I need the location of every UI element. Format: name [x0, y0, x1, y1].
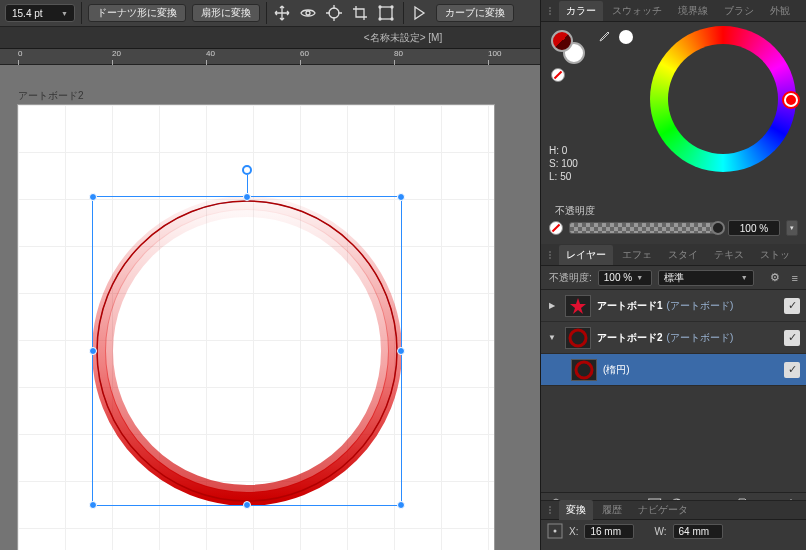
hsl-readout: H: 0 S: 100 L: 50 — [549, 144, 578, 183]
opacity-row: 不透明度 100 % ▾ — [549, 220, 798, 236]
w-field[interactable]: 64 mm — [673, 524, 723, 539]
opacity-value-field[interactable]: 100 % — [728, 220, 780, 236]
tab-stroke[interactable]: 境界線 — [671, 1, 715, 21]
svg-point-19 — [554, 530, 557, 533]
layer-options-row: 不透明度: 100 %▼ 標準▼ ⚙ ≡ — [541, 266, 806, 290]
color-panel-tabs: カラー スウォッチ 境界線 ブラシ 外観 — [541, 0, 806, 22]
gear-icon[interactable]: ⚙ — [770, 271, 780, 284]
tab-swatches[interactable]: スウォッチ — [605, 1, 669, 21]
convert-donut-button[interactable]: ドーナツ形に変換 — [88, 4, 186, 22]
resize-handle[interactable] — [89, 501, 97, 509]
white-swatch[interactable] — [619, 30, 633, 44]
layer-thumb — [565, 327, 591, 349]
chevron-down-icon: ▼ — [61, 10, 68, 17]
ruler-tick: 20 — [112, 49, 121, 58]
layer-name: アートボード2(アートボード) — [597, 331, 733, 345]
hue-handle[interactable] — [784, 93, 798, 107]
resize-handle[interactable] — [243, 193, 251, 201]
slider-knob[interactable] — [711, 221, 725, 235]
ruler-horizontal: 0 20 40 60 80 100 — [0, 49, 540, 65]
resize-handle[interactable] — [243, 501, 251, 509]
canvas[interactable]: アートボード2 — [0, 65, 540, 550]
divider — [266, 2, 267, 24]
svg-point-0 — [306, 11, 310, 15]
panel-grip[interactable] — [547, 251, 553, 259]
layer-row[interactable]: ▶ アートボード1(アートボード) ✓ — [541, 290, 806, 322]
layer-panel-tabs: レイヤー エフェ スタイ テキス ストッ — [541, 244, 806, 266]
resize-handle[interactable] — [397, 193, 405, 201]
fill-swatch[interactable] — [551, 30, 573, 52]
layer-thumb — [565, 295, 591, 317]
x-field[interactable]: 16 mm — [584, 524, 634, 539]
svg-point-1 — [329, 8, 339, 18]
svg-point-3 — [379, 6, 381, 8]
w-label: W: — [654, 526, 666, 537]
move-icon[interactable] — [271, 3, 293, 23]
target-icon[interactable] — [323, 3, 345, 23]
anchor-grid-icon[interactable] — [547, 523, 563, 539]
play-icon[interactable] — [408, 3, 430, 23]
sv-triangle[interactable] — [677, 53, 769, 145]
panel-grip[interactable] — [547, 506, 553, 514]
tab-text[interactable]: テキス — [707, 245, 751, 265]
bounds-icon[interactable] — [375, 3, 397, 23]
ruler-tick: 40 — [206, 49, 215, 58]
layer-list: ▶ アートボード1(アートボード) ✓ ▼ アートボード2(アートボード) ✓ … — [541, 290, 806, 386]
svg-marker-12 — [570, 298, 586, 314]
resize-handle[interactable] — [89, 347, 97, 355]
color-panel: H: 0 S: 100 L: 50 不透明度 100 % ▾ — [541, 22, 806, 244]
blend-mode-field[interactable]: 標準▼ — [658, 270, 754, 286]
disclosure-icon[interactable]: ▼ — [545, 331, 559, 345]
layer-row[interactable]: (楕円) ✓ — [541, 354, 806, 386]
svg-point-4 — [391, 6, 393, 8]
convert-fan-button[interactable]: 扇形に変換 — [192, 4, 260, 22]
panel-menu-icon[interactable]: ≡ — [792, 272, 798, 284]
resize-handle[interactable] — [397, 501, 405, 509]
selection-box[interactable] — [92, 196, 402, 506]
ruler-tick: 100 — [488, 49, 501, 58]
tab-stock[interactable]: ストッ — [753, 245, 797, 265]
disclosure-icon[interactable]: ▶ — [545, 299, 559, 313]
tab-layers[interactable]: レイヤー — [559, 245, 613, 265]
opacity-label: 不透明度 — [555, 204, 595, 218]
tab-transform[interactable]: 変換 — [559, 500, 593, 520]
eyedropper-icon[interactable] — [597, 30, 611, 44]
document-tab[interactable]: <名称未設定> [M] — [364, 31, 442, 45]
tab-color[interactable]: カラー — [559, 1, 603, 21]
tab-history[interactable]: 履歴 — [595, 500, 629, 520]
divider — [81, 2, 82, 24]
crop-icon[interactable] — [349, 3, 371, 23]
eye-icon[interactable] — [297, 3, 319, 23]
hsl-color-wheel[interactable] — [650, 26, 796, 172]
rotation-handle[interactable] — [242, 165, 252, 175]
visibility-checkbox[interactable]: ✓ — [784, 298, 800, 314]
visibility-checkbox[interactable]: ✓ — [784, 362, 800, 378]
tab-navigator[interactable]: ナビゲータ — [631, 500, 695, 520]
tab-effects[interactable]: エフェ — [615, 245, 659, 265]
tab-styles[interactable]: スタイ — [661, 245, 705, 265]
convert-curves-button[interactable]: カーブに変換 — [436, 4, 514, 22]
svg-point-13 — [570, 330, 586, 346]
layer-opacity-field[interactable]: 100 %▼ — [598, 270, 652, 286]
panel-grip[interactable] — [547, 7, 553, 15]
rotation-line — [247, 175, 248, 193]
layer-name: (楕円) — [603, 363, 630, 377]
tab-brushes[interactable]: ブラシ — [717, 1, 761, 21]
svg-marker-11 — [687, 63, 765, 135]
visibility-checkbox[interactable]: ✓ — [784, 330, 800, 346]
layer-name: アートボード1(アートボード) — [597, 299, 733, 313]
layer-row[interactable]: ▼ アートボード2(アートボード) ✓ — [541, 322, 806, 354]
layer-opacity-label: 不透明度: — [549, 271, 592, 285]
none-icon[interactable] — [549, 221, 563, 235]
tab-appearance[interactable]: 外観 — [763, 1, 797, 21]
resize-handle[interactable] — [397, 347, 405, 355]
resize-handle[interactable] — [89, 193, 97, 201]
opacity-stepper[interactable]: ▾ — [786, 220, 798, 236]
workspace: 0 20 40 60 80 100 アートボード2 — [0, 49, 540, 550]
fill-stroke-swatch[interactable] — [551, 30, 585, 64]
artboard — [18, 105, 494, 550]
opacity-slider[interactable] — [569, 222, 722, 234]
stroke-width-field[interactable]: 15.4 pt ▼ — [5, 4, 75, 22]
transform-row: X: 16 mm W: 64 mm — [541, 522, 806, 540]
none-icon[interactable] — [551, 68, 565, 82]
